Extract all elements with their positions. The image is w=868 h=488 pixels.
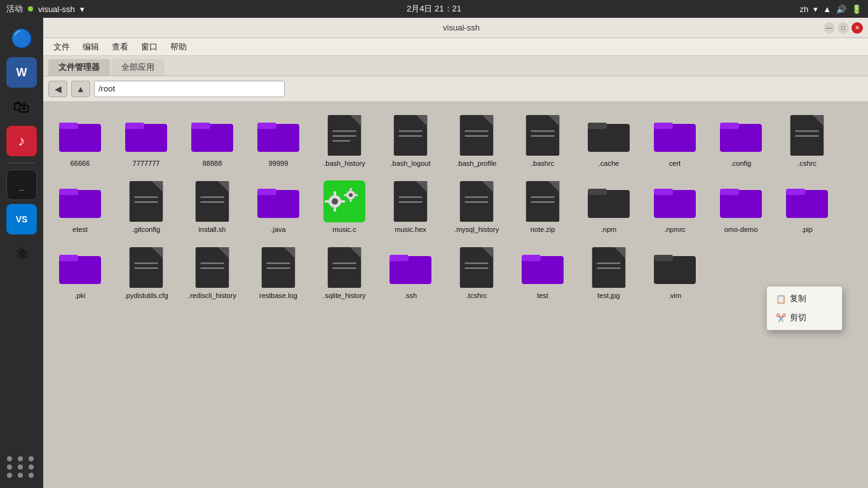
file-item-cert[interactable]: cert bbox=[643, 107, 707, 170]
menu-window[interactable]: 窗口 bbox=[136, 40, 163, 54]
file-item-pydistutils[interactable]: .pydistutils.cfg bbox=[114, 239, 178, 302]
file-item-vim[interactable]: .vim bbox=[643, 239, 707, 302]
file-icon bbox=[256, 245, 301, 290]
file-item-npm[interactable]: .npm bbox=[577, 173, 641, 236]
file-item-note-zip[interactable]: note.zip bbox=[511, 173, 574, 236]
file-item-pip[interactable]: .pip bbox=[775, 173, 839, 236]
file-item-bash-profile[interactable]: .bash_profile bbox=[445, 107, 508, 170]
file-item-7777777[interactable]: 7777777 bbox=[114, 107, 178, 170]
svg-rect-111 bbox=[654, 255, 673, 261]
wifi-icon[interactable]: ▲ bbox=[823, 4, 831, 14]
file-item-cache[interactable]: .cache bbox=[577, 107, 641, 170]
file-label: 99999 bbox=[267, 159, 290, 168]
sidebar-app-word[interactable]: W bbox=[6, 57, 37, 88]
file-item-bash-history[interactable]: .bash_history bbox=[313, 107, 376, 170]
system-bar: 活动 visual-ssh ▾ 2月4日 21：21 zh ▾ ▲ 🔊 🔋 bbox=[0, 0, 868, 18]
sidebar-app-vscode[interactable]: VS bbox=[6, 204, 37, 234]
file-item-test[interactable]: test bbox=[511, 239, 574, 302]
back-button[interactable]: ◀ bbox=[48, 81, 67, 97]
cut-label: 剪切 bbox=[790, 312, 806, 323]
file-item-omo-demo[interactable]: omo-demo bbox=[709, 173, 773, 236]
volume-icon[interactable]: 🔊 bbox=[836, 4, 846, 14]
menu-file[interactable]: 文件 bbox=[48, 40, 75, 54]
file-label: .cache bbox=[597, 159, 621, 168]
folder-icon bbox=[587, 113, 631, 158]
battery-icon[interactable]: 🔋 bbox=[851, 4, 862, 14]
tab-file-manager[interactable]: 文件管理器 bbox=[48, 59, 110, 76]
sidebar-app-music[interactable]: ♪ bbox=[6, 126, 37, 156]
maximize-button[interactable]: □ bbox=[837, 22, 849, 34]
file-item-bashrc[interactable]: .bashrc bbox=[511, 107, 574, 170]
file-item-tcshrc[interactable]: .tcshrc bbox=[445, 239, 508, 302]
minimize-button[interactable]: — bbox=[824, 22, 835, 34]
file-item-99999[interactable]: 99999 bbox=[247, 107, 310, 170]
toolbar: ◀ ▲ bbox=[43, 76, 868, 102]
file-item-66666[interactable]: 66666 bbox=[48, 107, 112, 170]
file-item-config[interactable]: .config bbox=[709, 107, 773, 170]
file-item-install-sh[interactable]: install.sh bbox=[180, 173, 244, 236]
file-grid-container[interactable]: 66666 7777777 bbox=[43, 102, 868, 488]
sidebar-app-store[interactable]: 🛍 bbox=[6, 92, 37, 122]
file-item-music-c[interactable]: music.c bbox=[313, 173, 376, 236]
menu-help[interactable]: 帮助 bbox=[165, 40, 192, 54]
file-label: .java bbox=[269, 225, 287, 234]
file-label: music.hex bbox=[393, 225, 428, 234]
folder-icon bbox=[719, 113, 763, 158]
file-icon bbox=[454, 179, 499, 224]
menu-edit[interactable]: 编辑 bbox=[78, 40, 104, 54]
file-item-test-jpg[interactable]: test.jpg bbox=[577, 239, 641, 302]
svg-rect-73 bbox=[588, 189, 607, 195]
file-item-gitconfig[interactable]: .gitconfig bbox=[114, 173, 178, 236]
svg-rect-52 bbox=[325, 200, 330, 203]
file-label: .config bbox=[729, 159, 753, 168]
svg-rect-53 bbox=[340, 200, 345, 203]
up-button[interactable]: ▲ bbox=[71, 81, 90, 97]
menu-view[interactable]: 查看 bbox=[107, 40, 133, 54]
file-item-88888[interactable]: 88888 bbox=[180, 107, 244, 170]
file-item-java[interactable]: .java bbox=[247, 173, 310, 236]
file-icon bbox=[785, 113, 829, 158]
file-label: 88888 bbox=[201, 159, 224, 168]
lang-indicator[interactable]: zh bbox=[799, 4, 808, 14]
file-label: .vim bbox=[667, 291, 683, 300]
context-menu-cut[interactable]: ✂️ 剪切 bbox=[767, 308, 842, 327]
file-item-sqlite-history[interactable]: .sqlite_history bbox=[313, 239, 376, 302]
file-item-ssh[interactable]: .ssh bbox=[379, 239, 442, 302]
file-item-npmrc[interactable]: .npmrc bbox=[643, 173, 707, 236]
file-item-etest[interactable]: etest bbox=[48, 173, 112, 236]
tab-all-apps[interactable]: 全部应用 bbox=[111, 59, 165, 76]
sidebar-divider bbox=[9, 163, 34, 163]
file-item-cshrc[interactable]: .cshrc bbox=[775, 107, 839, 170]
file-label: test.jpg bbox=[595, 291, 621, 300]
system-bar-right: zh ▾ ▲ 🔊 🔋 bbox=[799, 4, 862, 14]
file-icon bbox=[388, 179, 433, 224]
folder-icon bbox=[58, 179, 102, 224]
file-item-music-hex[interactable]: music.hex bbox=[379, 173, 442, 236]
file-item-rediscli[interactable]: .rediscli_history bbox=[180, 239, 244, 302]
cut-icon: ✂️ bbox=[776, 313, 786, 323]
lang-arrow[interactable]: ▾ bbox=[813, 4, 818, 14]
file-label: .bash_profile bbox=[455, 159, 499, 168]
sidebar-app-electron[interactable]: ⚛ bbox=[6, 238, 37, 269]
file-item-bash-logout[interactable]: .bash_logout bbox=[379, 107, 442, 170]
context-menu-copy[interactable]: 📋 复制 bbox=[767, 289, 842, 308]
file-item-restbase-log[interactable]: restbase.log bbox=[247, 239, 310, 302]
svg-rect-5 bbox=[191, 123, 210, 129]
address-bar[interactable] bbox=[94, 81, 285, 97]
sidebar-app-terminal[interactable]: _ bbox=[6, 170, 37, 200]
folder-icon bbox=[520, 245, 565, 290]
window-title: visual-ssh bbox=[99, 23, 824, 32]
app-menu-arrow[interactable]: ▾ bbox=[80, 4, 85, 14]
file-icon bbox=[520, 179, 565, 224]
file-label: omo-demo bbox=[722, 225, 760, 234]
file-item-pki[interactable]: .pki bbox=[48, 239, 112, 302]
svg-rect-51 bbox=[334, 207, 336, 212]
file-item-mysql-history[interactable]: .mysql_history bbox=[445, 173, 508, 236]
app-grid[interactable] bbox=[7, 456, 36, 478]
activity-label[interactable]: 活动 bbox=[6, 3, 23, 15]
running-app-name[interactable]: visual-ssh bbox=[38, 4, 75, 14]
sidebar-app-chrome[interactable]: 🔵 bbox=[6, 23, 37, 53]
folder-icon bbox=[58, 113, 102, 158]
close-button[interactable]: ✕ bbox=[851, 22, 863, 34]
menu-bar: 文件 编辑 查看 窗口 帮助 bbox=[43, 38, 868, 56]
